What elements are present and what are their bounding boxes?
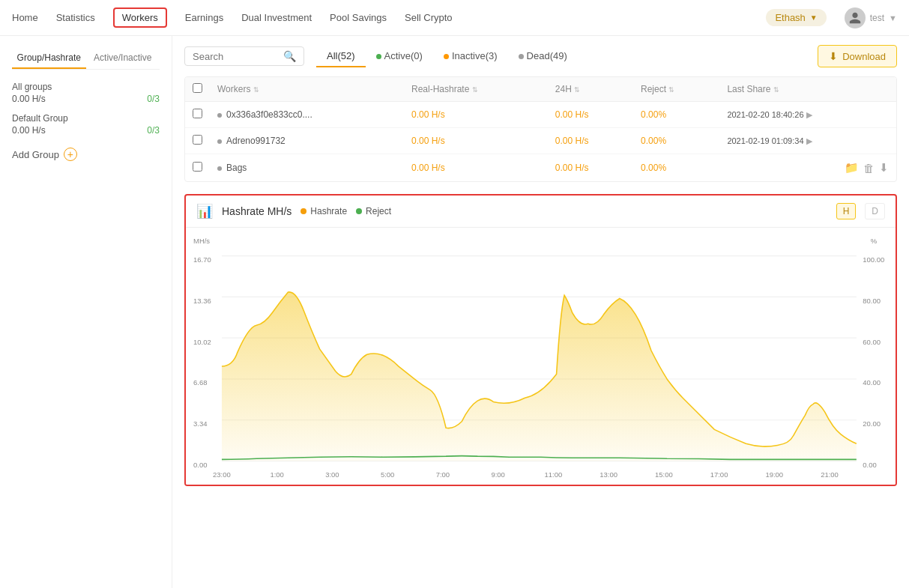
period-h-button[interactable]: H — [836, 203, 857, 219]
svg-text:100.00: 100.00 — [863, 255, 884, 264]
filter-tab-dead[interactable]: Dead(49) — [508, 46, 578, 67]
hashrate-svg-chart: MH/s 16.70 13.36 10.02 6.68 3.34 0.00 % … — [193, 232, 888, 485]
real-hashrate-value: 0.00 H/s — [411, 163, 445, 173]
filter-tab-inactive[interactable]: Inactive(3) — [433, 46, 508, 67]
add-group-plus-icon: + — [64, 148, 77, 161]
filter-dead-label: Dead(49) — [527, 50, 567, 61]
filter-active-label: Active(0) — [384, 50, 423, 61]
workers-table: Workers ⇅ Real-Hashrate ⇅ 24H ⇅ Reject ⇅… — [185, 77, 896, 181]
avatar — [845, 7, 866, 28]
add-group-label: Add Group — [12, 149, 59, 160]
nav-home[interactable]: Home — [12, 12, 38, 23]
svg-text:%: % — [871, 237, 878, 245]
nav-workers[interactable]: Workers — [113, 7, 167, 28]
hashrate-chart-section: 📊 Hashrate MH/s Hashrate Reject H D — [184, 194, 897, 486]
real-hashrate-value: 0.00 H/s — [411, 109, 445, 120]
svg-text:23:00: 23:00 — [213, 470, 231, 479]
period-d-button[interactable]: D — [865, 203, 885, 219]
hashrate-legend-label: Hashrate — [310, 206, 347, 216]
col-24h: 24H — [555, 84, 572, 94]
active-dot-icon — [376, 54, 381, 59]
hashrate-sort-icon[interactable]: ⇅ — [472, 86, 478, 94]
all-groups-rate-value: 0.00 H/s — [12, 94, 46, 104]
filter-tabs: All(52) Active(0) Inactive(3) Dead(49) — [316, 46, 578, 67]
delete-icon[interactable]: 🗑 — [863, 162, 875, 175]
select-all-checkbox[interactable] — [193, 83, 202, 93]
svg-text:13.36: 13.36 — [193, 297, 211, 305]
search-box[interactable]: 🔍 — [184, 46, 304, 66]
col-last-share: Last Share — [727, 84, 770, 94]
svg-text:5:00: 5:00 — [381, 470, 394, 479]
svg-text:9:00: 9:00 — [491, 470, 504, 479]
download-icon: ⬇ — [829, 50, 838, 62]
col-workers: Workers — [217, 84, 250, 94]
svg-text:10.02: 10.02 — [193, 338, 211, 346]
nav-earnings[interactable]: Earnings — [185, 12, 223, 23]
24h-value: 0.00 H/s — [555, 109, 589, 120]
reject-legend-label: Reject — [366, 206, 391, 216]
svg-text:15:00: 15:00 — [655, 470, 673, 479]
sidebar-tab-active-inactive[interactable]: Active/Inactive — [86, 48, 160, 69]
default-group-rate-value: 0.00 H/s — [12, 125, 46, 136]
svg-text:16.70: 16.70 — [193, 255, 211, 264]
row-actions: 📁 🗑 ⬇ — [727, 161, 889, 175]
svg-text:80.00: 80.00 — [863, 297, 881, 305]
sidebar: Group/Hashrate Active/Inactive All group… — [0, 36, 172, 588]
all-groups-count: 0/3 — [147, 94, 160, 104]
ethash-selector[interactable]: Ethash ▼ — [766, 9, 826, 26]
filter-tab-active[interactable]: Active(0) — [366, 46, 433, 67]
worker-status-dot — [217, 166, 222, 171]
svg-text:13:00: 13:00 — [600, 470, 617, 479]
all-groups-rate: 0.00 H/s 0/3 — [12, 94, 160, 104]
reject-sort-icon[interactable]: ⇅ — [668, 86, 674, 94]
default-group-rate: 0.00 H/s 0/3 — [12, 125, 160, 136]
default-group-label: Default Group — [12, 113, 160, 124]
reject-legend-dot — [356, 208, 362, 214]
dead-dot-icon — [519, 54, 524, 59]
row-expand-icon[interactable]: ▶ — [806, 110, 812, 119]
sidebar-tabs: Group/Hashrate Active/Inactive — [12, 48, 160, 70]
svg-text:3.34: 3.34 — [193, 419, 207, 428]
add-group-button[interactable]: Add Group + — [12, 148, 160, 161]
row-checkbox-2[interactable] — [193, 162, 202, 172]
nav-statistics[interactable]: Statistics — [56, 12, 95, 23]
chart-body: MH/s 16.70 13.36 10.02 6.68 3.34 0.00 % … — [186, 228, 896, 485]
svg-text:60.00: 60.00 — [863, 338, 881, 346]
real-hashrate-value: 0.00 H/s — [411, 136, 445, 146]
sidebar-tab-group-hashrate[interactable]: Group/Hashrate — [12, 48, 86, 69]
download-button[interactable]: ⬇ Download — [818, 45, 897, 67]
row-checkbox-0[interactable] — [193, 109, 202, 118]
24h-value: 0.00 H/s — [555, 136, 589, 146]
nav-pool-savings[interactable]: Pool Savings — [330, 12, 387, 23]
sidebar-group-default: Default Group 0.00 H/s 0/3 — [12, 113, 160, 136]
user-menu[interactable]: test ▼ — [845, 7, 897, 28]
24h-sort-icon[interactable]: ⇅ — [574, 86, 580, 94]
row-expand-icon[interactable]: ▶ — [806, 136, 812, 145]
workers-sort-icon[interactable]: ⇅ — [253, 86, 259, 94]
folder-icon[interactable]: 📁 — [845, 161, 859, 175]
navigation: Home Statistics Workers Earnings Dual In… — [0, 0, 909, 36]
page-layout: Group/Hashrate Active/Inactive All group… — [0, 36, 909, 588]
table-row: Adreno9917320.00 H/s0.00 H/s0.00%2021-02… — [185, 128, 896, 154]
user-dropdown-icon: ▼ — [889, 13, 897, 22]
worker-name: 0x336a3f0e833cc0.... — [226, 109, 312, 120]
worker-status-dot — [217, 113, 222, 118]
all-groups-label: All groups — [12, 82, 160, 92]
svg-text:MH/s: MH/s — [193, 237, 210, 245]
svg-text:19:00: 19:00 — [765, 470, 783, 479]
row-checkbox-1[interactable] — [193, 135, 202, 145]
download-row-icon[interactable]: ⬇ — [879, 161, 889, 175]
col-reject: Reject — [641, 84, 666, 94]
nav-dual-investment[interactable]: Dual Investment — [241, 12, 312, 23]
svg-text:21:00: 21:00 — [821, 470, 839, 479]
filter-tab-all[interactable]: All(52) — [316, 46, 366, 67]
inactive-dot-icon — [444, 54, 449, 59]
chart-bar-icon: 📊 — [196, 203, 213, 219]
svg-text:0.00: 0.00 — [863, 461, 876, 469]
nav-sell-crypto[interactable]: Sell Crypto — [405, 12, 453, 23]
last-share-value: 2021-02-19 01:09:34 — [727, 136, 803, 145]
search-input[interactable] — [193, 51, 279, 62]
default-group-count: 0/3 — [147, 125, 160, 136]
last-share-sort-icon[interactable]: ⇅ — [773, 86, 779, 94]
filter-inactive-label: Inactive(3) — [452, 50, 498, 61]
